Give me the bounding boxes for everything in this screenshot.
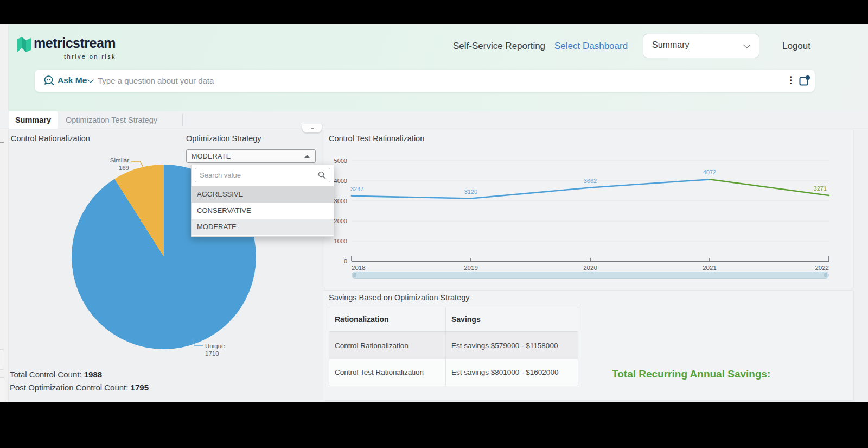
- chevron-down-icon[interactable]: [87, 77, 93, 83]
- svg-text:2022: 2022: [815, 264, 829, 271]
- svg-text:2021: 2021: [703, 264, 717, 271]
- logo-wordmark: metricstream: [34, 35, 116, 51]
- svg-text:3000: 3000: [334, 198, 347, 204]
- svg-text:2019: 2019: [464, 264, 478, 271]
- total-control-count-value: 1988: [84, 370, 102, 379]
- dashboard-select[interactable]: Summary: [643, 34, 760, 58]
- post-optimization-control-count: Post Optimization Control Count: 1795: [10, 383, 149, 392]
- tab-summary[interactable]: Summary: [9, 111, 58, 129]
- dropdown-option-moderate[interactable]: MODERATE: [192, 219, 334, 235]
- table-row[interactable]: Control Test Rationalization Est savings…: [329, 359, 578, 386]
- pie-label-unique-value: 1710: [205, 350, 225, 357]
- scrollbar-right-handle[interactable]: [824, 273, 827, 277]
- dashboard-select-value: Summary: [652, 40, 689, 50]
- pie-label-similar: Similar 169: [91, 156, 129, 172]
- pie-label-unique: Unique 1710: [205, 342, 225, 357]
- savings-table-header-row: Rationalization Savings: [329, 307, 578, 332]
- pie-label-similar-name: Similar: [91, 156, 129, 164]
- dropdown-search-input[interactable]: [195, 168, 330, 182]
- svg-text:2018: 2018: [352, 264, 366, 271]
- strategy-select-value: MODERATE: [192, 153, 231, 160]
- table-row[interactable]: Control Rationalization Est savings $579…: [329, 332, 578, 359]
- tab-divider: [182, 114, 183, 126]
- chart-range-scrollbar[interactable]: [352, 272, 829, 279]
- tab-optimization-test-strategy[interactable]: Optimization Test Strategy: [66, 111, 157, 129]
- collapse-handle-button[interactable]: [302, 124, 322, 133]
- ask-me-label[interactable]: Ask Me: [58, 75, 87, 85]
- pie-label-similar-value: 169: [91, 164, 129, 172]
- total-recurring-annual-savings: Total Recurring Annual Savings: $1,380,0…: [612, 336, 770, 402]
- kebab-menu-icon[interactable]: ⋮: [786, 74, 795, 86]
- triangle-up-icon: [304, 155, 310, 158]
- svg-text:0: 0: [344, 258, 347, 264]
- nav-self-service-reporting: Self-Service Reporting: [453, 41, 545, 52]
- strategy-select[interactable]: MODERATE: [186, 149, 316, 163]
- ask-question-input[interactable]: [98, 72, 640, 90]
- logout-button[interactable]: Logout: [782, 41, 810, 52]
- scrollbar-left-handle[interactable]: [353, 273, 356, 277]
- open-window-icon[interactable]: [799, 75, 810, 87]
- savings-col-savings: Savings: [446, 307, 578, 332]
- dropdown-option-aggressive[interactable]: AGGRESSIVE: [192, 186, 334, 203]
- svg-text:3120: 3120: [464, 188, 477, 195]
- svg-text:3271: 3271: [814, 185, 827, 192]
- metricstream-logo-icon: [16, 36, 33, 55]
- svg-text:2020: 2020: [583, 264, 597, 271]
- chevron-down-icon: [743, 41, 750, 48]
- search-icon: [318, 171, 326, 179]
- svg-text:1000: 1000: [334, 238, 347, 244]
- nav-select-dashboard-link[interactable]: Select Dashboard: [554, 41, 628, 52]
- total-savings-label: Total Recurring Annual Savings:: [612, 367, 770, 382]
- svg-text:4000: 4000: [334, 178, 347, 184]
- svg-text:3247: 3247: [350, 186, 363, 192]
- svg-text:3662: 3662: [584, 178, 597, 184]
- svg-text:5000: 5000: [334, 157, 347, 164]
- cell-savings: Est savings $801000 - $1602000: [446, 359, 578, 386]
- savings-col-rationalization: Rationalization: [329, 307, 446, 332]
- strategy-title: Optimization Strategy: [186, 134, 261, 143]
- left-edge-strip: [0, 24, 9, 402]
- pie-chart-title: Control Rationalization: [11, 134, 90, 143]
- svg-text:2000: 2000: [334, 218, 347, 224]
- pie-label-unique-name: Unique: [205, 342, 225, 350]
- left-edge-widget: [0, 349, 4, 370]
- savings-title: Savings Based on Optimization Strategy: [329, 293, 470, 302]
- logo-tagline: thrive on risk: [64, 53, 116, 60]
- strategy-dropdown: AGGRESSIVE CONSERVATIVE MODERATE: [191, 165, 334, 237]
- left-edge-widget: [0, 377, 5, 402]
- svg-text:4072: 4072: [703, 169, 716, 175]
- cell-savings: Est savings $579000 - $1158000: [446, 332, 578, 359]
- cell-rationalization: Control Test Rationalization: [329, 359, 446, 386]
- line-chart-title: Control Test Rationalization: [329, 134, 424, 143]
- post-optimization-count-value: 1795: [131, 383, 149, 392]
- dropdown-option-conservative[interactable]: CONSERVATIVE: [192, 203, 334, 219]
- post-optimization-count-label: Post Optimization Control Count:: [10, 383, 131, 392]
- collapse-dash-icon: [311, 128, 314, 129]
- tab-bar: Summary Optimization Test Strategy: [0, 111, 868, 129]
- chat-search-icon: [43, 75, 55, 86]
- cell-rationalization: Control Rationalization: [329, 332, 446, 359]
- app-window: metricstream thrive on risk Self-Service…: [0, 24, 868, 402]
- ask-me-bar[interactable]: Ask Me ⋮: [35, 70, 815, 92]
- savings-table: Rationalization Savings Control Rational…: [329, 307, 578, 386]
- line-chart: 0100020003000400050002018201920202021202…: [326, 155, 841, 274]
- total-control-count: Total Control Count: 1988: [10, 370, 102, 379]
- left-edge-mark: [0, 142, 4, 143]
- total-control-count-label: Total Control Count:: [10, 370, 84, 379]
